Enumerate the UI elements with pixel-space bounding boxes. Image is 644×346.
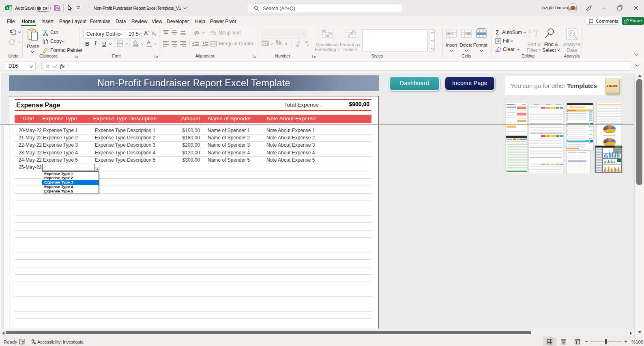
svg-text:A: A — [528, 30, 531, 34]
svg-text:ab: ab — [210, 30, 215, 34]
svg-text:.00: .00 — [295, 44, 299, 47]
svg-text:X: X — [6, 6, 9, 10]
svg-text:←0: ←0 — [295, 41, 300, 44]
svg-text:Z: Z — [528, 34, 531, 39]
svg-text:Easy Transport: Easy Transport — [570, 106, 585, 108]
svg-text:→0: →0 — [304, 44, 309, 47]
svg-text:.00: .00 — [304, 41, 308, 44]
svg-text:ab: ab — [193, 29, 199, 36]
